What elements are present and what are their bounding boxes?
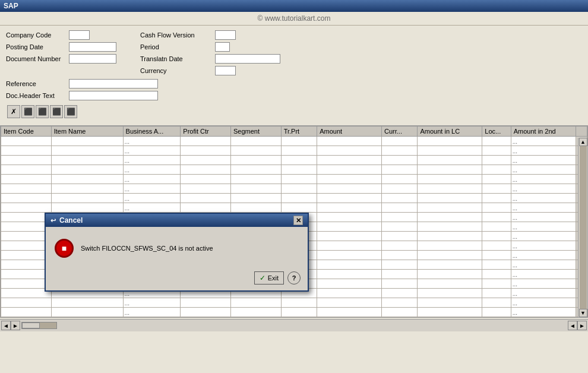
table-row — [482, 137, 511, 146]
scroll-up-arrow[interactable]: ▲ — [579, 138, 587, 146]
toolbar-doc-btn[interactable]: ⬛ — [50, 105, 63, 118]
period-input[interactable] — [215, 42, 230, 52]
table-row — [181, 165, 231, 175]
table-row — [181, 194, 231, 203]
table-row — [51, 184, 123, 194]
company-code-input[interactable] — [69, 30, 90, 40]
table-row: ... — [123, 298, 181, 308]
table-row — [181, 175, 231, 184]
scroll-down-arrow[interactable]: ▼ — [579, 309, 587, 317]
table-row — [1, 241, 52, 251]
table-row — [317, 213, 382, 222]
col-header-item-code: Item Code — [1, 127, 52, 137]
table-row — [281, 165, 317, 175]
table-row — [482, 222, 511, 232]
reference-input[interactable] — [69, 79, 158, 88]
table-row — [382, 260, 418, 270]
table-row — [1, 137, 52, 146]
help-button[interactable]: ? — [287, 271, 301, 285]
table-row — [317, 232, 382, 241]
table-row — [1, 260, 52, 270]
table-row — [181, 156, 231, 165]
watermark-bar: © www.tutorialkart.com — [0, 12, 588, 26]
table-row: ... — [123, 203, 181, 213]
hscroll-right-arrow[interactable]: ► — [577, 321, 587, 330]
table-row — [51, 308, 123, 317]
col-header-amount-2nd: Amount in 2nd — [511, 127, 576, 137]
table-row — [51, 137, 123, 146]
cash-flow-version-input[interactable] — [215, 30, 236, 40]
table-row — [1, 251, 52, 260]
table-row — [1, 203, 52, 213]
table-row — [482, 165, 511, 175]
table-row — [1, 175, 52, 184]
table-row — [317, 289, 382, 298]
table-row — [482, 203, 511, 213]
table-row — [281, 203, 317, 213]
dialog-message: Switch FILOCCN_SFWS_SC_04 is not active — [81, 245, 213, 252]
table-row — [231, 175, 282, 184]
table-row — [418, 175, 482, 184]
doc-header-input[interactable] — [69, 91, 158, 100]
table-row — [281, 137, 317, 146]
currency-input[interactable] — [215, 66, 236, 75]
exit-button[interactable]: ✓ Exit — [254, 271, 284, 285]
table-row — [1, 165, 52, 175]
document-number-input[interactable] — [69, 54, 116, 64]
table-row — [317, 165, 382, 175]
table-row — [482, 241, 511, 251]
table-row — [482, 308, 511, 317]
table-row — [482, 251, 511, 260]
table-row — [382, 308, 418, 317]
table-row — [1, 289, 52, 298]
table-row — [231, 165, 282, 175]
table-row: ... — [511, 203, 576, 213]
table-row — [418, 308, 482, 317]
doc-header-row: Doc.Header Text — [6, 91, 582, 100]
table-row — [317, 241, 382, 251]
col-header-item-name: Item Name — [51, 127, 123, 137]
posting-date-label: Posting Date — [6, 43, 65, 50]
table-row: ... — [511, 156, 576, 165]
table-row — [482, 156, 511, 165]
table-row — [382, 156, 418, 165]
table-row — [317, 222, 382, 232]
table-row — [382, 222, 418, 232]
toolbar-cancel-btn[interactable]: ✗ — [7, 105, 20, 118]
toolbar-export-btn[interactable]: ⬛ — [64, 105, 77, 118]
table-row — [382, 270, 418, 279]
table-row: ... — [511, 279, 576, 289]
table-row — [482, 213, 511, 222]
table-row — [382, 232, 418, 241]
translatn-date-input[interactable] — [215, 54, 280, 64]
scroll-right-arrow[interactable]: ► — [11, 321, 20, 330]
table-row — [317, 279, 382, 289]
table-row — [382, 137, 418, 146]
dialog-title-left: ↩ Cancel — [50, 216, 83, 225]
hscroll-left-arrow[interactable]: ◄ — [568, 321, 577, 330]
dialog-close-button[interactable]: ✕ — [293, 216, 303, 225]
main-content: Company Code Posting Date Document Numbe… — [0, 26, 588, 125]
table-row — [482, 279, 511, 289]
table-row — [1, 213, 52, 222]
table-row — [382, 194, 418, 203]
table-row — [281, 175, 317, 184]
table-row: ... — [123, 146, 181, 156]
posting-date-input[interactable] — [69, 42, 116, 52]
title-bar: SAP — [0, 0, 588, 12]
dialog-title-text: Cancel — [59, 216, 83, 225]
table-row — [317, 184, 382, 194]
toolbar-save-btn[interactable]: ⬛ — [36, 105, 49, 118]
table-row — [382, 279, 418, 289]
company-code-label: Company Code — [6, 31, 65, 39]
table-row: ... — [511, 241, 576, 251]
reference-section: Reference Doc.Header Text — [6, 79, 582, 100]
table-row — [482, 298, 511, 308]
table-row — [317, 260, 382, 270]
table-row — [231, 137, 282, 146]
table-row — [1, 308, 52, 317]
toolbar-copy-btn[interactable]: ⬛ — [21, 105, 34, 118]
table-row — [317, 270, 382, 279]
scroll-left-arrow[interactable]: ◄ — [1, 321, 11, 330]
table-row — [51, 194, 123, 203]
